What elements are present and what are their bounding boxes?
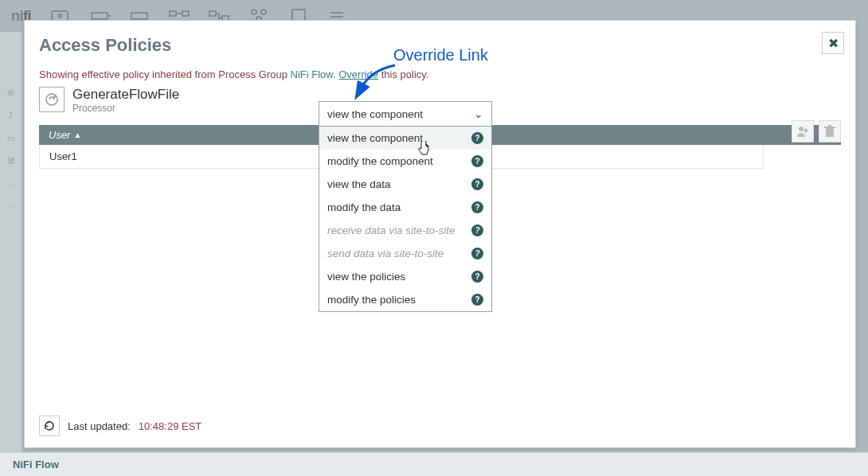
help-icon[interactable]: ?	[471, 224, 483, 236]
policy-type-option[interactable]: view the component?	[319, 127, 491, 150]
policy-action-icons	[792, 120, 841, 142]
palette-icon: ◎	[7, 88, 14, 96]
component-type: Processor	[72, 103, 179, 114]
process-group-link[interactable]: NiFi Flow	[291, 68, 333, 80]
help-icon[interactable]: ?	[471, 294, 483, 306]
processor-icon	[39, 87, 65, 112]
policy-type-option[interactable]: modify the component?	[319, 150, 491, 173]
policy-type-option-label: view the data	[327, 178, 391, 190]
svg-point-8	[252, 10, 256, 14]
palette-icon: ⤴	[9, 111, 13, 119]
policy-type-option-label: modify the policies	[327, 294, 416, 306]
policy-type-option: receive data via site-to-site?	[319, 219, 491, 242]
policy-type-option[interactable]: view the policies?	[319, 265, 491, 288]
breadcrumb-bar: NiFi Flow	[0, 452, 868, 476]
svg-rect-14	[826, 128, 834, 137]
chevron-down-icon: ⌄	[474, 107, 483, 120]
close-icon: ✖	[828, 36, 839, 51]
inherit-text-prefix: Showing effective policy inherited from …	[39, 68, 291, 80]
palette-label: 3f	[7, 157, 14, 166]
policy-type-option-label: view the policies	[327, 271, 405, 283]
policy-type-menu: view the component?modify the component?…	[319, 127, 492, 312]
svg-rect-2	[92, 13, 108, 19]
policy-type-option-label: modify the component	[327, 155, 433, 167]
close-button[interactable]: ✖	[822, 32, 844, 54]
help-icon[interactable]: ?	[471, 248, 483, 259]
help-icon[interactable]: ?	[471, 155, 483, 167]
policy-type-dropdown: view the component ⌄ view the component?…	[319, 101, 492, 312]
last-updated-time: 10:48:29 EST	[139, 420, 202, 432]
sort-asc-icon: ▲	[73, 131, 81, 139]
table-header-label: User	[49, 129, 70, 141]
svg-rect-5	[182, 11, 189, 16]
policy-type-option[interactable]: view the data?	[319, 173, 491, 196]
palette-icon: ▫	[10, 203, 13, 212]
svg-point-1	[58, 14, 61, 18]
svg-rect-15	[824, 127, 835, 128]
add-user-button[interactable]	[792, 120, 814, 142]
cursor-pointer-icon	[417, 141, 430, 154]
last-updated-label: Last updated:	[68, 420, 131, 432]
help-icon[interactable]: ?	[471, 271, 483, 283]
policy-type-option: send data via site-to-site?	[319, 242, 491, 265]
palette-icon: ▭	[7, 134, 14, 142]
policy-type-option-label: modify the data	[327, 201, 401, 213]
policy-type-option[interactable]: modify the data?	[319, 196, 491, 219]
policy-type-selected: view the component	[327, 108, 423, 120]
svg-rect-3	[131, 13, 147, 19]
palette-icon: ▫	[10, 180, 13, 189]
svg-point-13	[799, 127, 803, 131]
delete-policy-button[interactable]	[819, 120, 841, 142]
refresh-button[interactable]	[39, 416, 60, 436]
policy-type-select[interactable]: view the component ⌄	[319, 101, 492, 127]
svg-rect-4	[170, 11, 176, 16]
policy-inherited-message: Showing effective policy inherited from …	[39, 68, 841, 80]
policy-type-option[interactable]: modify the policies?	[319, 288, 491, 311]
help-icon[interactable]: ?	[471, 132, 483, 144]
breadcrumb-root[interactable]: NiFi Flow	[13, 458, 59, 470]
help-icon[interactable]: ?	[471, 178, 483, 190]
annotation-arrow-icon	[355, 62, 403, 94]
help-icon[interactable]: ?	[471, 201, 483, 213]
policy-type-option-label: receive data via site-to-site	[327, 224, 456, 236]
svg-rect-6	[209, 11, 216, 16]
policy-type-option-label: view the component	[327, 132, 423, 144]
annotation-label: Override Link	[393, 46, 488, 64]
svg-point-9	[261, 10, 266, 14]
svg-rect-16	[828, 125, 831, 127]
dialog-footer: Last updated: 10:48:29 EST	[39, 416, 201, 436]
component-name: GenerateFlowFile	[72, 87, 179, 103]
policy-type-option-label: send data via site-to-site	[327, 248, 444, 259]
left-sidebar: ◎ ⤴ ▭ 3f ▫ ▫	[0, 32, 22, 476]
